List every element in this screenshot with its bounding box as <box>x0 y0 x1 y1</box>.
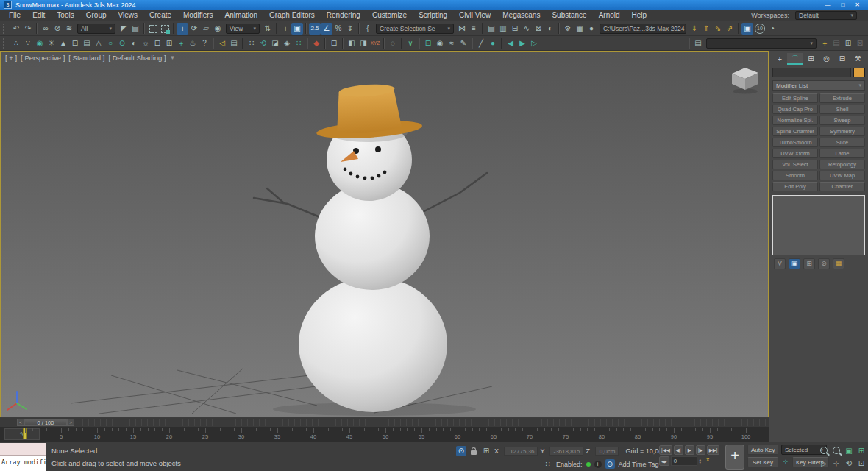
reference-coordinate-system-dropdown[interactable]: View▾ <box>226 24 260 34</box>
angle-snap-toggle-icon[interactable]: ∠ <box>321 23 332 35</box>
menu-group[interactable]: Group <box>80 11 113 19</box>
modifier-button-uvw-xform[interactable]: UVW Xform <box>772 149 818 158</box>
tab-motion[interactable]: ◎ <box>819 53 834 65</box>
pivot-tool-icon[interactable]: ＋ <box>175 38 187 49</box>
maxscript-mini-listener[interactable]: Array modifi <box>0 443 46 471</box>
menu-civil-view[interactable]: Civil View <box>453 11 497 19</box>
modifier-button-vol-select[interactable]: Vol. Select <box>772 160 818 169</box>
previous-frame-icon[interactable]: ◀| <box>674 445 683 455</box>
menu-customize[interactable]: Customize <box>366 11 413 19</box>
current-frame-field[interactable]: 0 <box>671 456 697 466</box>
paint-brush-icon[interactable]: ✎ <box>458 38 469 49</box>
modifier-button-turbosmooth[interactable]: TurboSmooth <box>772 138 818 147</box>
modifier-stack-list[interactable] <box>772 195 865 255</box>
sim-play-icon[interactable]: ▶ <box>516 38 528 49</box>
object-color-swatch[interactable] <box>853 68 865 77</box>
rectangular-selection-region-icon[interactable] <box>147 23 159 35</box>
modifier-button-spline-chamfer[interactable]: Spline Chamfer <box>772 127 818 136</box>
select-by-name-icon[interactable]: ▤ <box>129 23 141 35</box>
tab-hierarchy[interactable]: ⊞ <box>803 53 819 65</box>
make-unique-icon[interactable]: ⊞ <box>803 258 815 269</box>
tab-modify[interactable]: ⌒ <box>787 53 803 65</box>
help-icon[interactable]: ? <box>199 38 210 49</box>
menu-graph-editors[interactable]: Graph Editors <box>263 11 321 19</box>
modifier-button-normalize-spl-[interactable]: Normalize Spl. <box>772 116 818 125</box>
dashed-circle-icon[interactable]: ◌ <box>387 38 399 49</box>
select-and-link-icon[interactable]: ∞ <box>40 23 51 35</box>
modifier-button-sweep[interactable]: Sweep <box>819 116 865 125</box>
default-tangent-key-icon[interactable]: * <box>703 456 713 466</box>
camera-record-icon[interactable]: ⊡ <box>422 38 434 49</box>
material-editor-icon[interactable]: ◐ <box>544 23 556 35</box>
sim-rewind-icon[interactable]: ◀ <box>505 38 516 49</box>
tab-create[interactable]: ＋ <box>772 53 787 65</box>
menu-substance[interactable]: Substance <box>546 11 592 19</box>
select-and-rotate-icon[interactable]: ⟳ <box>188 23 200 35</box>
zoom-extents-icon[interactable]: ▣ <box>843 445 855 457</box>
next-frame-icon[interactable]: |▶ <box>696 445 705 455</box>
play-icon[interactable]: ▶ <box>685 445 694 455</box>
notification-horn-icon[interactable]: ◁ <box>216 38 228 49</box>
paint-objects-icon[interactable]: ∵ <box>22 38 34 49</box>
select-object-icon[interactable]: ◤ <box>118 23 129 35</box>
toolbar-grip[interactable] <box>3 38 7 49</box>
redo-icon[interactable]: ↷ <box>22 23 34 35</box>
export-asset-icon[interactable]: ⇗ <box>724 23 736 35</box>
preset-stack-icon[interactable]: ▤ <box>830 38 842 49</box>
viewport-menu-general[interactable]: [ + ] <box>5 54 17 62</box>
set-key-button[interactable]: Set Key <box>747 457 778 467</box>
mirror-icon[interactable]: ⋈ <box>456 23 468 35</box>
snowman-bottom-sphere[interactable] <box>299 277 447 412</box>
open-mini-curve-editor-button[interactable]: ∿ <box>4 428 40 440</box>
display-monitor-icon[interactable]: ⊟ <box>152 38 163 49</box>
snowman-hat[interactable] <box>313 81 423 141</box>
menu-arnold[interactable]: Arnold <box>593 11 626 19</box>
unlink-selection-icon[interactable]: ⊘ <box>51 23 63 35</box>
viewcube[interactable] <box>732 68 758 94</box>
modifier-button-smooth[interactable]: Smooth <box>772 171 818 180</box>
material-ball-icon[interactable]: ◉ <box>434 38 446 49</box>
create-light-icon[interactable]: ◉ <box>34 38 46 49</box>
green-chevrons-icon[interactable]: ∨ <box>405 38 416 49</box>
timeline-ruler[interactable]: ∿ 51015202530354045505560657075808590951… <box>0 427 769 442</box>
undo-icon[interactable]: ↶ <box>10 23 22 35</box>
preset-list-icon[interactable]: ▤ <box>692 38 704 49</box>
set-keys-button[interactable]: + <box>725 445 744 470</box>
rotate-gizmo-icon[interactable]: ○ <box>104 38 116 49</box>
minimize-button[interactable]: — <box>825 1 830 8</box>
close-button[interactable]: ✕ <box>855 1 860 8</box>
rendered-frame-window-icon[interactable]: ▦ <box>574 23 586 35</box>
copy-preset-icon[interactable]: ⊞ <box>842 38 854 49</box>
remove-modifier-icon[interactable]: ⊘ <box>818 258 830 269</box>
ink-tool-icon[interactable]: ╱ <box>475 38 487 49</box>
grid-snap-icon[interactable]: ∷ <box>293 38 305 49</box>
snowman[interactable] <box>254 81 487 412</box>
modifier-button-lathe[interactable]: Lathe <box>819 149 865 158</box>
save-to-cloud-icon[interactable]: ⇑ <box>700 23 712 35</box>
physics-ball-icon[interactable]: ● <box>487 38 499 49</box>
render-sphere-icon[interactable]: ⊙ <box>116 38 128 49</box>
menu-views[interactable]: Views <box>113 11 144 19</box>
video-preview-icon[interactable]: ⊞ <box>163 38 175 49</box>
spray-paint-icon[interactable]: ∴ <box>10 38 22 49</box>
select-and-move-icon[interactable]: ＋ <box>177 23 188 35</box>
z-coordinate-field[interactable]: 0,0cm <box>595 447 619 456</box>
eraser-tool-icon[interactable]: ◪ <box>269 38 281 49</box>
time-configuration-icon[interactable]: ◔ <box>766 23 778 35</box>
workspace-dropdown[interactable]: Default▾ <box>795 11 857 20</box>
add-time-tag[interactable]: Add Time Tag <box>619 461 659 468</box>
next-frame-arrow[interactable]: > <box>67 419 74 426</box>
modifier-button-extrude[interactable]: Extrude <box>819 93 865 103</box>
select-and-place-icon[interactable]: ◉ <box>212 23 224 35</box>
edit-named-selection-sets-icon[interactable]: { <box>362 23 374 35</box>
create-tree-icon[interactable]: △ <box>93 38 104 49</box>
named-selection-sets-dropdown[interactable]: Create Selection Se▾ <box>376 24 454 34</box>
vray-menu-icon[interactable]: ◆ <box>310 38 322 49</box>
render-setup-icon[interactable]: ⚙ <box>562 23 574 35</box>
menu-edit[interactable]: Edit <box>26 11 51 19</box>
modifier-button-uvw-map[interactable]: UVW Map <box>819 171 865 180</box>
perspective-viewport[interactable]: [ + ] [ Perspective ] [ Standard ] [ Def… <box>0 51 769 417</box>
zoom-icon[interactable] <box>818 445 830 457</box>
time-slider-value[interactable]: 0 / 100 <box>24 419 67 426</box>
menu-help[interactable]: Help <box>626 11 653 19</box>
